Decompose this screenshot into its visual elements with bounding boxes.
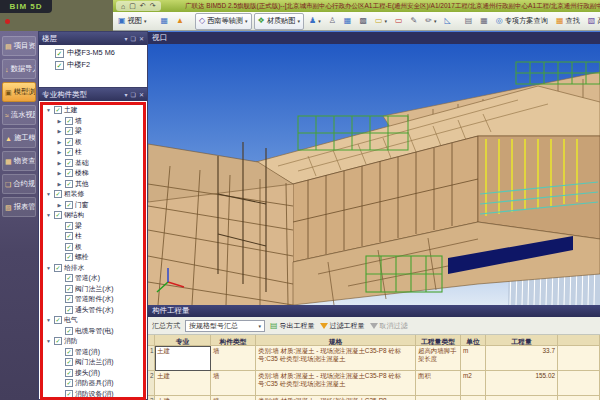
sidebar-tab[interactable]: ↓ 数据导入 [2,59,36,79]
cell-major[interactable]: 土建 [155,346,211,371]
walker-tool-button[interactable]: ▲ [173,14,187,29]
grid-button[interactable]: ▦ [477,14,491,29]
material-icon: ❖ [258,17,265,25]
measure-button[interactable]: ◺ [442,14,454,29]
undo-icon[interactable]: ↶ [140,2,146,10]
redo-icon[interactable]: ↷ [150,2,156,10]
table-row[interactable]: 2 土建 墙 类别:墙 材质:混凝土 - 现场浇注混凝土C35-P8 砼标号:C… [148,371,600,396]
special-plan-query-button[interactable]: ◎ 专项方案查询 [493,14,551,29]
sidebar-tab[interactable]: ≈ 流水视图 [2,105,36,125]
sidebar-tab-icon: ▧ [5,204,12,211]
sidebar-tab[interactable]: ▤ 项目资料 [2,36,36,56]
pin-icon[interactable]: ▾ [125,91,128,98]
red-highlight-frame [40,102,146,400]
main-toolbar: ▣ 视图 ▾ ▦ ▲ ◇ 西南等轴测 ▾ ❖ 材质贴图 ▾ ♟ ▾ ♙ ▦ ▩ … [113,12,600,31]
cell-type[interactable]: 墙 [211,346,256,371]
sidebar-tab-label: 报表管理 [14,202,36,212]
column-tool-button[interactable]: ▦ [157,14,171,29]
sidebar-tab[interactable]: ❏ 合约规划 [2,174,36,194]
highlight-button[interactable]: ▧ 高亮 [585,14,600,29]
quantities-panel-header: 构件工程量 [148,305,600,317]
desktop-red-dot [5,19,10,24]
table-row[interactable]: 3 土建 墙 类别:墙 材质:混凝土 - 现场浇注混凝土C35-P8 [148,396,600,400]
cell-qty-type[interactable] [416,396,461,400]
iso-view-icon: ◇ [199,17,205,25]
cell-qty[interactable]: 155.02 [486,371,558,396]
tag-dropdown[interactable]: ▭ ▾ [372,14,390,29]
cell-type[interactable]: 墙 [211,396,256,400]
float-icon[interactable]: ❏ [131,91,136,98]
cell-type[interactable]: 墙 [211,371,256,396]
export-icon: ▤ [270,322,278,330]
book-button[interactable]: ▤ [462,14,476,29]
save-icon[interactable]: ▢ [129,2,136,10]
summary-mode-label: 汇总方式 [152,321,180,331]
cell-major[interactable]: 土建 [155,371,211,396]
column-header: 规格 [256,335,416,346]
chevron-down-icon: ▾ [385,18,388,24]
cell-unit[interactable]: m2 [461,371,486,396]
sidebar-tab[interactable]: ▲ 施工模拟 [2,128,36,148]
yellow-tag-icon: ▭ [375,17,383,25]
draw-dropdown[interactable]: ✏ ▾ [422,14,439,29]
column-header: 构件类型 [211,335,256,346]
cell-spec[interactable]: 类别:墙 材质:混凝土 - 现场浇注混凝土C35-P8 砼标号:C35 砼类型:… [256,371,416,396]
iso-view-dropdown[interactable]: ◇ 西南等轴测 ▾ [195,13,252,30]
viewport-header: 视口 [148,32,600,44]
sidebar-tab-label: 流水视图 [11,110,36,120]
cell-qty[interactable] [486,396,558,400]
column-header: 工程量类型 [416,335,461,346]
red-tag-icon: ▭ [395,17,403,25]
home-icon[interactable]: ⌂ [121,3,125,10]
schedule-button[interactable]: ▦ [341,14,355,29]
export-quantities-button[interactable]: ▤ 导出工程量 [270,321,315,331]
find-icon: ▦ [556,17,564,25]
chevron-down-icon: ▾ [318,18,321,24]
column-icon: ▦ [160,17,168,25]
cancel-filter-button[interactable]: 取消过滤 [370,321,408,331]
float-icon[interactable]: ❏ [131,35,136,42]
cell-spec[interactable]: 类别:墙 材质:混凝土 - 现场浇注混凝土C35-P8 [256,396,416,400]
cell-spec[interactable]: 类别:墙 材质:混凝土 - 现场浇注混凝土C35-P8 砼标号:C35 砼类型:… [256,346,416,371]
checkbox-checked-icon[interactable]: ✓ [55,61,64,70]
chevron-down-icon: ▾ [258,323,261,329]
sidebar-tab[interactable]: ▧ 报表管理 [2,197,36,217]
sidebar-tabbar: ▤ 项目资料 ↓ 数据导入 ▣ 模型浏览 ≈ 流水视图 ▲ 施工模拟 ▦ 物资查… [0,31,38,400]
highlight-icon: ▧ [588,17,596,25]
sidebar-tab[interactable]: ▣ 模型浏览 [2,82,36,102]
table-row[interactable]: 1 土建 墙 类别:墙 材质:混凝土 - 现场浇注混凝土C35-P8 砼标号:C… [148,346,600,371]
cell-qty-type[interactable]: 超高内墙脚手架长度 [416,346,461,371]
sidebar-tab[interactable]: ▦ 物资查询 [2,151,36,171]
person-view-button[interactable]: ♙ [326,14,339,29]
summary-mode-select[interactable]: 按规格型号汇总 ▾ [185,320,265,332]
cell-unit[interactable]: m [461,346,486,371]
checkbox-checked-icon[interactable]: ✓ [55,49,64,58]
snapshot-button[interactable]: ▩ [356,14,370,29]
filter-quantities-button[interactable]: 过滤工程量 [320,321,365,331]
view-button[interactable]: ▣ 视图 ▾ [115,14,149,29]
quantities-toolbar: 汇总方式 按规格型号汇总 ▾ ▤ 导出工程量 过滤工程量 取消过滤 [148,317,600,335]
3d-viewport[interactable] [148,44,600,305]
material-map-dropdown[interactable]: ❖ 材质贴图 ▾ [254,13,304,30]
close-icon[interactable]: ✕ [139,35,144,42]
cell-qty-type[interactable]: 面积 [416,371,461,396]
pin-icon[interactable]: ▾ [125,35,128,42]
grid-icon: ▦ [480,17,488,25]
floor-item[interactable]: ✓ 中楼F2 [39,59,147,71]
red-tag-button[interactable]: ▭ [392,14,406,29]
annotate-button[interactable]: ✎ [408,14,421,29]
close-icon[interactable]: ✕ [139,91,144,98]
sidebar-tab-icon: ▦ [5,158,12,165]
roam-dropdown[interactable]: ♟ ▾ [306,14,324,29]
floor-item[interactable]: ✓ 中楼F3-M5 M6 [39,47,147,59]
chevron-down-icon: ▾ [297,18,300,24]
cell-major[interactable]: 土建 [155,396,211,400]
pen-icon: ✎ [411,17,418,25]
table-header-row: 专业 构件类型 规格 工程量类型 单位 工程量 [148,335,600,346]
cell-unit[interactable] [461,396,486,400]
cell-qty[interactable]: 33.7 [486,346,558,371]
sidebar-tab-label: 合约规划 [13,179,36,189]
find-button[interactable]: ▦ 查找 [553,14,583,29]
row-number-header [148,335,155,346]
viewport-title: 视口 [152,33,167,43]
